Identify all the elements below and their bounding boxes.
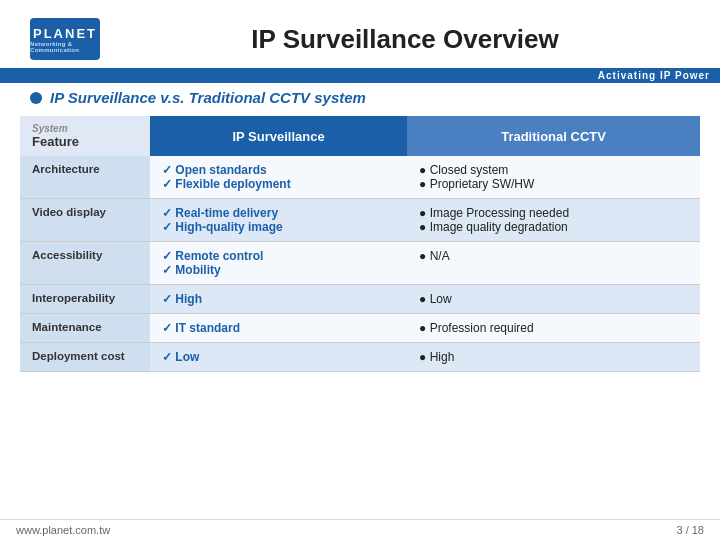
comparison-table: System Feature IP Surveillance Tradition… [20,116,700,372]
cell-trad: ● Closed system● Proprietary SW/HW [407,156,700,199]
system-label: System [32,123,138,134]
footer: www.planet.com.tw 3 / 18 [0,519,720,540]
table-row: Deployment cost✓ Low● High [20,343,700,372]
cell-trad: ● N/A [407,242,700,285]
col-trad-header: Traditional CCTV [407,116,700,156]
ip-item: ✓ Remote control [162,249,395,263]
cell-trad: ● Low [407,285,700,314]
ip-item: ✓ Real-time delivery [162,206,395,220]
comparison-table-wrapper: System Feature IP Surveillance Tradition… [0,116,720,372]
cell-feature: Accessibility [20,242,150,285]
cell-ip: ✓ High [150,285,407,314]
logo-text: PLANET [33,26,97,41]
ip-item: ✓ IT standard [162,321,395,335]
trad-item: ● Profession required [419,321,688,335]
cell-ip: ✓ IT standard [150,314,407,343]
logo: PLANET Networking & Communication [30,18,100,60]
cell-feature: Maintenance [20,314,150,343]
bullet-icon [30,92,42,104]
ip-item: ✓ Flexible deployment [162,177,395,191]
cell-trad: ● High [407,343,700,372]
cell-ip: ✓ Open standards✓ Flexible deployment [150,156,407,199]
ip-item: ✓ Mobility [162,263,395,277]
cell-ip: ✓ Low [150,343,407,372]
ip-item: ✓ High [162,292,395,306]
logo-sub: Networking & Communication [30,41,100,53]
cell-ip: ✓ Real-time delivery✓ High-quality image [150,199,407,242]
page-title: IP Surveillance Overview [120,24,690,55]
cell-feature: Interoperability [20,285,150,314]
cell-trad: ● Image Processing needed● Image quality… [407,199,700,242]
table-row: Accessibility✓ Remote control✓ Mobility●… [20,242,700,285]
cell-trad: ● Profession required [407,314,700,343]
table-header-row: System Feature IP Surveillance Tradition… [20,116,700,156]
col-ip-header: IP Surveillance [150,116,407,156]
cell-feature: Deployment cost [20,343,150,372]
ip-item: ✓ Low [162,350,395,364]
table-body: Architecture✓ Open standards✓ Flexible d… [20,156,700,372]
footer-page: 3 / 18 [676,524,704,536]
trad-item: ● N/A [419,249,688,263]
subtitle-row: IP Surveillance v.s. Traditional CCTV sy… [0,83,720,112]
table-row: Architecture✓ Open standards✓ Flexible d… [20,156,700,199]
ip-item: ✓ High-quality image [162,220,395,234]
logo-area: PLANET Networking & Communication [30,18,100,60]
footer-url: www.planet.com.tw [16,524,110,536]
activating-bar: Activating IP Power [0,68,720,83]
trad-item: ● Low [419,292,688,306]
table-row: Video display✓ Real-time delivery✓ High-… [20,199,700,242]
feature-label: Feature [32,134,79,149]
trad-item: ● Image quality degradation [419,220,688,234]
cell-feature: Architecture [20,156,150,199]
table-row: Maintenance✓ IT standard● Profession req… [20,314,700,343]
header: PLANET Networking & Communication IP Sur… [0,0,720,68]
col-feature-header: System Feature [20,116,150,156]
cell-ip: ✓ Remote control✓ Mobility [150,242,407,285]
ip-item: ✓ Open standards [162,163,395,177]
trad-item: ● Image Processing needed [419,206,688,220]
table-row: Interoperability✓ High● Low [20,285,700,314]
trad-item: ● Proprietary SW/HW [419,177,688,191]
subtitle-text: IP Surveillance v.s. Traditional CCTV sy… [50,89,366,106]
trad-item: ● Closed system [419,163,688,177]
cell-feature: Video display [20,199,150,242]
trad-item: ● High [419,350,688,364]
